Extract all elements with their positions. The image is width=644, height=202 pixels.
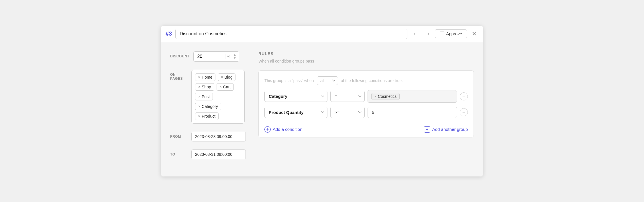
- add-group-label: Add another group: [432, 127, 468, 132]
- page-tag[interactable]: ×Shop: [195, 83, 214, 91]
- tag-x-icon: ×: [198, 75, 200, 79]
- rules-subtitle: When all condition groups pass: [258, 59, 474, 63]
- spinner-down-icon: ▼: [233, 57, 236, 60]
- close-button[interactable]: ✕: [470, 29, 478, 39]
- discount-label: DISCOUNT: [170, 51, 189, 58]
- left-panel: DISCOUNT % ▲ ▼ ON PAGES ×Home×Blog×Shop×…: [170, 51, 245, 167]
- page-tag[interactable]: ×Home: [195, 73, 215, 81]
- nav-forward-button[interactable]: →: [423, 29, 432, 38]
- tag-x-icon: ×: [198, 85, 200, 89]
- condition-group-box: This group is a "pass" when allanynone o…: [258, 70, 474, 137]
- tag-x-icon: ×: [198, 95, 200, 99]
- tag-label: Blog: [224, 75, 232, 79]
- approve-checkbox: [440, 32, 444, 36]
- discount-input-wrap: % ▲ ▼: [193, 51, 239, 62]
- condition-row: Product Quantity>=−: [264, 107, 468, 118]
- remove-condition-button-1[interactable]: −: [460, 108, 468, 116]
- pass-select[interactable]: allanynone: [317, 76, 338, 85]
- remove-icon: −: [462, 93, 466, 99]
- body: DISCOUNT % ▲ ▼ ON PAGES ×Home×Blog×Shop×…: [161, 42, 483, 176]
- header: #3 ← → Approve ✕: [161, 26, 483, 42]
- tag-x-icon: ×: [198, 114, 200, 118]
- condition-row: Category=×Cosmetics−: [264, 90, 468, 103]
- page-tag[interactable]: ×Product: [195, 112, 219, 120]
- page-tag[interactable]: ×Blog: [218, 73, 235, 81]
- condition-value-input-1[interactable]: [368, 107, 457, 118]
- main-window: #3 ← → Approve ✕ DISCOUNT % ▲: [161, 26, 483, 176]
- to-label: TO: [170, 149, 187, 156]
- nav-back-button[interactable]: ←: [411, 29, 420, 38]
- discount-input[interactable]: [194, 52, 225, 61]
- discount-unit: %: [225, 54, 231, 59]
- remove-condition-button-0[interactable]: −: [460, 92, 468, 100]
- condition-op-select-0[interactable]: =: [330, 91, 365, 102]
- from-input[interactable]: [191, 132, 246, 141]
- add-condition-button[interactable]: + Add a condition: [264, 126, 302, 133]
- condition-field-select-0[interactable]: Category: [264, 91, 327, 102]
- add-group-button[interactable]: + Add another group: [424, 126, 468, 133]
- page-tag[interactable]: ×Cart: [217, 83, 234, 91]
- group-header: This group is a "pass" when allanynone o…: [264, 76, 468, 85]
- right-panel: RULES When all condition groups pass Thi…: [258, 51, 474, 167]
- tag-label: Cart: [223, 85, 231, 89]
- conditions-list: Category=×Cosmetics−Product Quantity>=−: [264, 90, 468, 118]
- pages-field-row: ON PAGES ×Home×Blog×Shop×Cart×Post×Categ…: [170, 70, 245, 124]
- approve-button[interactable]: Approve: [435, 29, 467, 38]
- add-group-icon: +: [424, 126, 430, 133]
- add-condition-label: Add a condition: [273, 127, 302, 132]
- pass-prefix: This group is a "pass" when: [264, 78, 314, 83]
- page-tag[interactable]: ×Category: [195, 103, 221, 110]
- tag-x-icon: ×: [221, 75, 223, 79]
- from-field-row: FROM: [170, 132, 245, 141]
- header-actions: ← → Approve ✕: [411, 29, 478, 39]
- discount-field-row: DISCOUNT % ▲ ▼: [170, 51, 245, 62]
- page-tag[interactable]: ×Post: [195, 93, 213, 100]
- tag-label: Post: [202, 94, 210, 99]
- value-tag-label: Cosmetics: [378, 94, 396, 99]
- condition-field-select-1[interactable]: Product Quantity: [264, 107, 327, 118]
- condition-op-select-1[interactable]: >=: [330, 107, 365, 118]
- tag-label: Product: [202, 114, 215, 119]
- pass-suffix: of the following conditions are true.: [341, 78, 403, 83]
- rules-title: RULES: [258, 51, 474, 56]
- pages-label: ON PAGES: [170, 70, 187, 81]
- value-tag-x-icon: ×: [374, 94, 376, 98]
- remove-icon: −: [462, 109, 466, 115]
- tag-label: Category: [202, 104, 218, 109]
- tag-x-icon: ×: [220, 85, 222, 89]
- to-input[interactable]: [191, 149, 246, 159]
- from-label: FROM: [170, 132, 187, 139]
- pages-tags-wrap: ×Home×Blog×Shop×Cart×Post×Category×Produ…: [191, 70, 245, 124]
- add-condition-icon: +: [264, 126, 271, 133]
- to-field-row: TO: [170, 149, 245, 159]
- spinner-up-icon: ▲: [233, 53, 236, 56]
- tag-x-icon: ×: [198, 104, 200, 108]
- title-input[interactable]: [175, 29, 407, 39]
- tag-label: Home: [202, 75, 212, 79]
- discount-spinner[interactable]: ▲ ▼: [231, 53, 238, 60]
- group-footer: + Add a condition + Add another group: [264, 122, 468, 137]
- approve-label: Approve: [446, 31, 462, 36]
- tag-label: Shop: [202, 85, 211, 89]
- record-number: #3: [166, 30, 172, 37]
- condition-value-tag-0[interactable]: ×Cosmetics: [371, 93, 400, 100]
- condition-value-wrap-0: ×Cosmetics: [368, 90, 457, 103]
